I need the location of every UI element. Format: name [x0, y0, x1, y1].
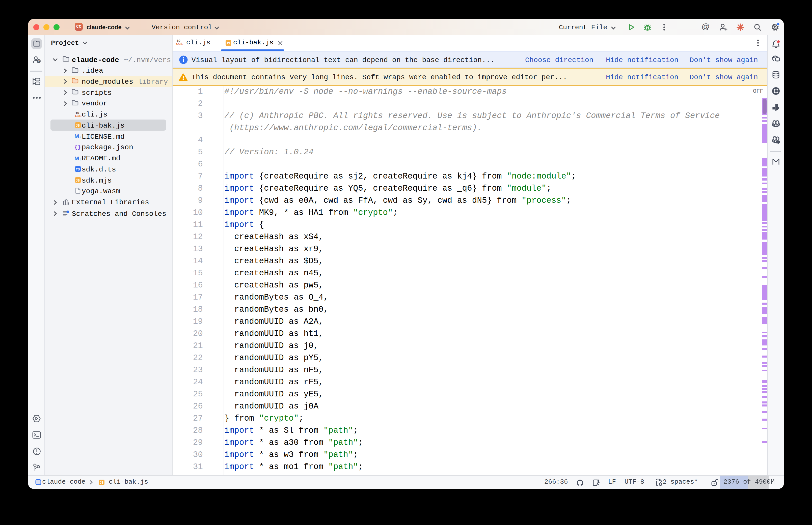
svg-text:?: ?: [38, 59, 39, 63]
